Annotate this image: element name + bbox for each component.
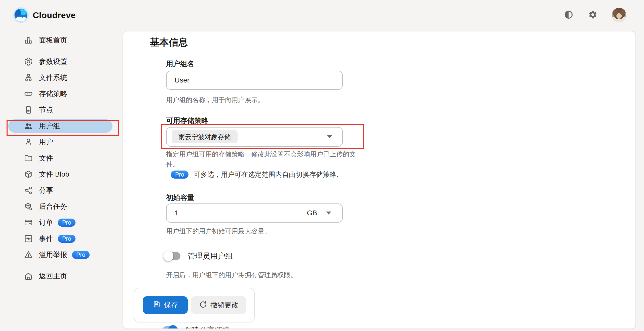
sidebar-item-storage-policy[interactable]: 存储策略 — [8, 87, 112, 101]
header-actions — [563, 8, 626, 22]
dashboard-icon — [24, 36, 33, 45]
sidebar-item-label: 文件 — [39, 153, 53, 163]
group-name-label: 用户组名 — [166, 59, 194, 69]
app-header: Cloudreve — [0, 0, 644, 30]
sidebar-item-label: 用户组 — [39, 121, 60, 131]
files-icon — [24, 154, 33, 163]
sidebar-item-label: 返回主页 — [39, 271, 67, 281]
share-link-row: 创建分享链接 — [160, 323, 230, 329]
initial-capacity-field: GB — [166, 203, 343, 223]
sidebar: 面板首页 参数设置 文件系统 存储策略 节点 用户组 用户 文件 文件 Blob — [0, 33, 123, 285]
sidebar-item-label: 滥用举报 — [39, 250, 67, 260]
group-name-helper: 用户组的名称，用于向用户展示。 — [166, 95, 264, 105]
sidebar-item-events[interactable]: 事件 Pro — [8, 232, 112, 245]
cloudreve-logo-icon — [13, 7, 29, 23]
sidebar-item-settings[interactable]: 参数设置 — [8, 55, 112, 68]
pro-badge: Pro — [58, 219, 75, 227]
sidebar-item-dashboard[interactable]: 面板首页 — [8, 33, 112, 47]
storage-policy-helper: 指定用户组可用的存储策略，修改此设置不会影响用户已上传的文件。 — [166, 149, 360, 169]
sidebar-item-label: 文件系统 — [39, 73, 67, 82]
blob-icon — [24, 170, 33, 179]
settings-button[interactable] — [588, 10, 598, 20]
sidebar-item-background-tasks[interactable]: 后台任务 — [8, 200, 112, 213]
sidebar-item-file-blob[interactable]: 文件 Blob — [8, 168, 112, 181]
sidebar-item-label: 分享 — [39, 186, 53, 195]
chevron-down-icon — [326, 212, 331, 215]
pro-note: 可多选，用户可在选定范围内自由切换存储策略. — [194, 170, 338, 179]
theme-toggle-button[interactable] — [563, 10, 574, 20]
sidebar-item-nodes[interactable]: 节点 — [8, 103, 112, 117]
pro-badge: Pro — [58, 235, 75, 243]
sidebar-item-label: 订单 — [39, 218, 53, 227]
sidebar-item-label: 面板首页 — [39, 35, 67, 45]
sidebar-item-abuse-reports[interactable]: 滥用举报 Pro — [8, 248, 112, 262]
settings-icon — [24, 57, 33, 66]
sidebar-item-label: 事件 — [39, 234, 53, 243]
groups-icon — [24, 121, 33, 131]
sidebar-item-label: 后台任务 — [39, 202, 67, 211]
tasks-icon — [24, 202, 33, 211]
group-name-input[interactable] — [166, 71, 343, 90]
storage-policy-label: 可用存储策略 — [166, 116, 208, 126]
pro-badge: Pro — [171, 171, 188, 179]
sidebar-item-files[interactable]: 文件 — [8, 151, 112, 165]
section-title: 基本信息 — [150, 36, 188, 49]
initial-capacity-helper: 用户组下的用户初始可用最大容量。 — [166, 226, 271, 236]
orders-icon — [24, 218, 33, 227]
sidebar-item-shares[interactable]: 分享 — [8, 184, 112, 197]
brand: Cloudreve — [13, 7, 76, 23]
settings-card: 基本信息 用户组名 用户组的名称，用于向用户展示。 可用存储策略 雨云宁波对象存… — [123, 31, 636, 329]
filesystem-icon — [24, 73, 33, 82]
undo-icon — [199, 300, 207, 310]
sidebar-item-back-home[interactable]: 返回主页 — [8, 269, 112, 283]
sidebar-item-label: 节点 — [39, 105, 53, 115]
events-icon — [24, 234, 33, 243]
admin-group-row: 管理员用户组 — [163, 249, 233, 264]
undo-button-label: 撤销更改 — [210, 300, 239, 310]
sidebar-item-label: 存储策略 — [39, 89, 67, 99]
pro-badge: Pro — [72, 251, 90, 259]
sidebar-item-label: 参数设置 — [39, 57, 67, 66]
storage-policy-pro-row: Pro 可多选，用户可在选定范围内自由切换存储策略. — [166, 170, 338, 179]
initial-capacity-label: 初始容量 — [166, 193, 194, 202]
action-panel: 保存 撤销更改 — [134, 288, 255, 322]
user-avatar[interactable] — [612, 8, 626, 22]
save-button[interactable]: 保存 — [143, 296, 188, 314]
admin-group-helper: 开启后，用户组下的用户将拥有管理员权限。 — [166, 270, 297, 280]
chevron-down-icon — [327, 135, 332, 138]
sidebar-item-orders[interactable]: 订单 Pro — [8, 216, 112, 229]
app-title: Cloudreve — [33, 10, 76, 20]
save-button-label: 保存 — [164, 300, 178, 310]
abuse-icon — [24, 250, 33, 259]
sidebar-item-label: 用户 — [39, 137, 53, 147]
gear-icon — [588, 10, 597, 20]
storage-policy-select[interactable]: 雨云宁波对象存储 — [166, 127, 343, 147]
share-icon — [24, 186, 33, 195]
save-icon — [153, 300, 161, 310]
sidebar-item-user-groups[interactable]: 用户组 — [8, 119, 112, 133]
share-link-label: 创建分享链接 — [184, 325, 230, 329]
share-link-toggle[interactable] — [160, 325, 178, 329]
admin-group-toggle[interactable] — [163, 251, 181, 262]
capacity-unit: GB — [307, 209, 317, 217]
sidebar-item-filesystem[interactable]: 文件系统 — [8, 71, 112, 85]
admin-group-label: 管理员用户组 — [187, 251, 233, 261]
storage-policy-chip: 雨云宁波对象存储 — [172, 130, 238, 143]
capacity-unit-select[interactable]: GB — [307, 203, 331, 223]
node-icon — [24, 105, 33, 114]
undo-changes-button[interactable]: 撤销更改 — [191, 296, 246, 314]
sidebar-item-label: 文件 Blob — [39, 170, 69, 179]
users-icon — [24, 138, 33, 147]
contrast-icon — [564, 10, 573, 20]
storage-icon — [24, 89, 33, 98]
home-icon — [24, 272, 33, 281]
sidebar-item-users[interactable]: 用户 — [8, 135, 112, 149]
